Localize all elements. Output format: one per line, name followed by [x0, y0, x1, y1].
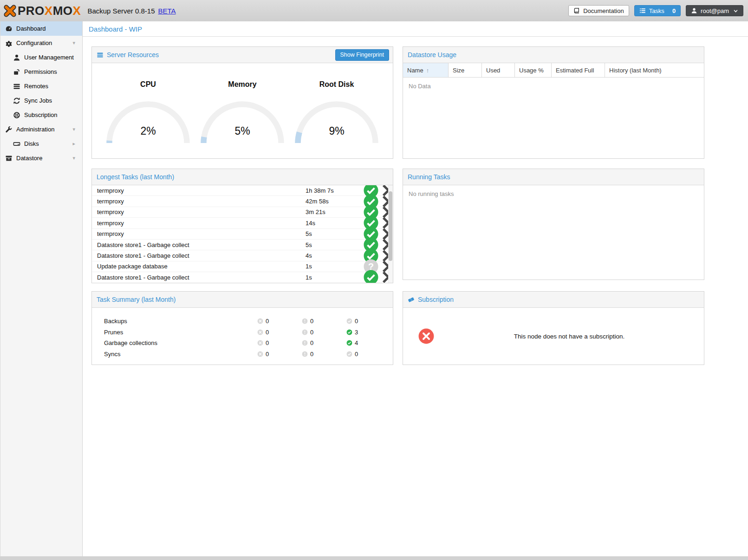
task-summary-header: Task Summary (last Month) — [92, 292, 393, 308]
column-header-history-last-month[interactable]: History (last Month) — [605, 63, 704, 77]
task-summary-table: Backups000Prunes003Garbage collections00… — [92, 308, 393, 359]
task-name: Datastore store1 - Garbage collect — [97, 274, 306, 281]
subscription-title: Subscription — [418, 296, 454, 303]
summary-stat-count: 0 — [266, 318, 269, 325]
expander-right-icon[interactable]: ▸ — [72, 141, 75, 147]
task-name: termproxy — [97, 230, 306, 237]
sidebar-item-remotes[interactable]: Remotes — [0, 79, 82, 93]
task-row[interactable]: termproxy14s — [92, 218, 393, 228]
sidebar-item-subscription[interactable]: Subscription — [0, 108, 82, 122]
user-icon — [691, 7, 697, 14]
task-name: termproxy — [97, 208, 306, 215]
running-tasks-header: Running Tasks — [403, 169, 704, 185]
summary-stat-warning: 0 — [302, 351, 346, 358]
summary-stat-count: 3 — [355, 329, 358, 336]
sidebar-item-user-management[interactable]: User Management — [0, 50, 82, 65]
sidebar: DashboardConfiguration▾User ManagementPe… — [0, 21, 83, 556]
task-row[interactable]: Datastore store1 - Garbage collect4s — [92, 250, 393, 261]
gauge-value: 2% — [101, 125, 195, 137]
exclamation-circle-icon — [302, 340, 308, 346]
summary-stat-count: 0 — [310, 351, 313, 358]
column-header-used[interactable]: Used — [482, 63, 515, 77]
expander-down-icon[interactable]: ▾ — [72, 155, 75, 161]
task-duration: 1s — [306, 274, 363, 281]
task-summary-title: Task Summary (last Month) — [97, 296, 176, 303]
gauge-arc: 9% — [290, 100, 384, 144]
task-row[interactable]: Datastore store1 - Garbage collect1s — [92, 272, 393, 283]
book-icon — [573, 7, 580, 14]
column-header-label: Used — [486, 67, 500, 74]
task-summary-panel: Task Summary (last Month) Backups000Prun… — [91, 291, 393, 365]
subscription-header: Subscription — [403, 292, 704, 308]
column-header-label: Size — [453, 67, 464, 74]
column-header-label: Usage % — [519, 67, 544, 74]
sidebar-item-administration[interactable]: Administration▾ — [0, 122, 82, 137]
column-header-name[interactable]: Name↑ — [403, 63, 449, 77]
check-circle-icon — [346, 318, 352, 324]
ticket-icon — [408, 296, 415, 303]
column-header-label: Name — [407, 67, 423, 74]
show-fingerprint-button[interactable]: Show Fingerprint — [335, 49, 390, 61]
content-area: Dashboard - WIP Server Resources Show Fi… — [83, 21, 748, 556]
hdd-icon — [13, 140, 20, 148]
task-name: Update package database — [97, 263, 306, 270]
longest-tasks-list: termproxy1h 38m 7stermproxy42m 58stermpr… — [92, 185, 393, 283]
summary-stat-ok: 4 — [346, 339, 391, 346]
task-row[interactable]: termproxy1h 38m 7s — [92, 185, 393, 196]
documentation-button[interactable]: Documentation — [568, 5, 629, 16]
task-row[interactable]: termproxy3m 21s — [92, 207, 393, 218]
task-row[interactable]: Update package database1s? — [92, 261, 393, 272]
proxmox-logo-text: PROXMOX — [18, 5, 81, 17]
gauge-arc: 2% — [101, 100, 195, 144]
documentation-label: Documentation — [583, 7, 624, 14]
sidebar-item-disks[interactable]: Disks▸ — [0, 137, 82, 151]
sidebar-item-label: Remotes — [24, 83, 48, 90]
column-header-estimated-full[interactable]: Estimated Full — [552, 63, 605, 77]
exclamation-circle-icon — [302, 318, 308, 324]
beta-link[interactable]: BETA — [158, 7, 176, 15]
page-title: Dashboard - WIP — [89, 25, 142, 33]
running-tasks-empty-text: No running tasks — [403, 185, 704, 202]
task-row[interactable]: termproxy5s — [92, 229, 393, 240]
chevron-down-icon — [733, 8, 738, 13]
summary-stat-count: 0 — [266, 339, 269, 346]
wrench-icon — [5, 126, 13, 133]
times-circle-icon — [257, 318, 263, 324]
scrollbar-thumb[interactable] — [389, 191, 392, 261]
exclamation-circle-icon — [302, 329, 308, 335]
sidebar-item-sync-jobs[interactable]: Sync Jobs — [0, 93, 82, 108]
column-header-usage[interactable]: Usage % — [515, 63, 552, 77]
summary-stat-ok: 0 — [346, 318, 391, 325]
gauge-arc: 5% — [195, 100, 290, 144]
top-bar: PROXMOX Backup Server 0.8-15 BETA Docume… — [0, 0, 748, 21]
check-circle-icon — [346, 340, 352, 346]
gauge-title: Root Disk — [290, 80, 384, 89]
check-circle-icon — [346, 329, 352, 335]
column-header-size[interactable]: Size — [449, 63, 482, 77]
sort-up-icon: ↑ — [426, 67, 429, 74]
expander-down-icon[interactable]: ▾ — [72, 40, 75, 46]
summary-row-prunes: Prunes003 — [92, 327, 393, 338]
tasks-label: Tasks — [649, 7, 664, 14]
user-menu-button[interactable]: root@pam — [686, 5, 743, 16]
task-row[interactable]: Datastore store1 - Garbage collect5s — [92, 240, 393, 250]
tasks-button[interactable]: Tasks 0 — [634, 5, 681, 16]
sidebar-item-permissions[interactable]: Permissions — [0, 65, 82, 79]
sidebar-item-label: Dashboard — [16, 25, 46, 32]
sidebar-item-configuration[interactable]: Configuration▾ — [0, 36, 82, 50]
task-name: termproxy — [97, 220, 306, 227]
longest-tasks-panel: Longest Tasks (last Month) termproxy1h 3… — [91, 169, 393, 283]
task-row[interactable]: termproxy42m 58s — [92, 196, 393, 207]
expander-down-icon[interactable]: ▾ — [72, 126, 75, 132]
times-circle-icon — [418, 328, 435, 345]
task-duration: 5s — [306, 230, 363, 237]
sidebar-item-datastore[interactable]: Datastore▾ — [0, 151, 82, 165]
datastore-usage-table-header: Name↑SizeUsedUsage %Estimated FullHistor… — [403, 63, 704, 78]
scrollbar-track[interactable] — [388, 185, 393, 283]
task-duration: 3m 21s — [306, 208, 363, 215]
summary-row-backups: Backups000 — [92, 316, 393, 327]
sidebar-item-dashboard[interactable]: Dashboard — [0, 21, 82, 36]
tasks-count-badge: 0 — [672, 7, 676, 14]
user-name-label: root@pam — [701, 7, 729, 14]
resource-gauges: CPU2%Memory5%Root Disk9% — [92, 63, 393, 144]
